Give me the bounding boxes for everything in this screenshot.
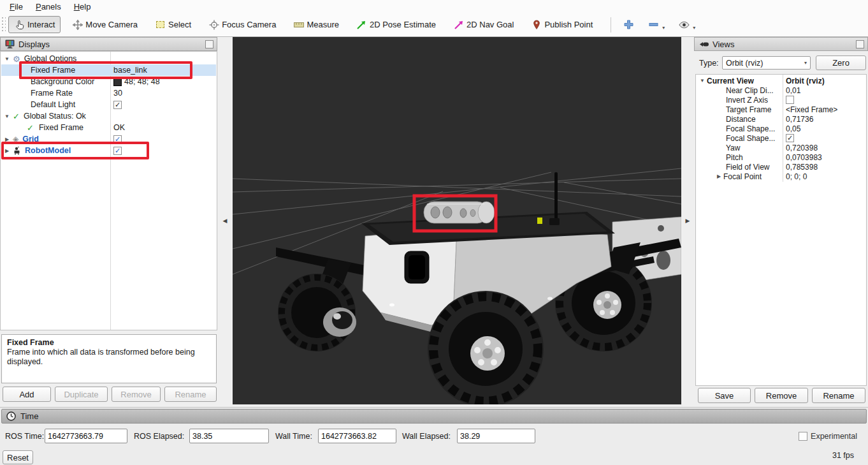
tree-row-near-clip[interactable]: Near Clip Di... 0,01 [697, 85, 865, 95]
tool-label: Move Camera [85, 20, 138, 29]
tree-row-invert-z[interactable]: Invert Z Axis [697, 95, 865, 105]
ros-time-input[interactable] [45, 429, 127, 443]
checkbox-unchecked[interactable] [786, 96, 794, 104]
nav-goal-tool-button[interactable]: 2D Nav Goal [447, 16, 519, 33]
expander-icon[interactable]: ▶ [4, 148, 10, 154]
row-label: Invert Z Axis [726, 96, 768, 105]
render-viewport[interactable] [233, 37, 681, 404]
add-tool-button[interactable] [618, 16, 640, 33]
expander-icon[interactable]: ▼ [699, 78, 705, 84]
tree-row-robot-model[interactable]: ▶ RobotModel ✓ [1, 145, 216, 156]
row-label: Distance [726, 115, 756, 124]
row-value[interactable]: 30 [113, 89, 122, 98]
menu-panels[interactable]: Panels [30, 1, 67, 12]
expander-icon[interactable]: ▶ [716, 173, 722, 179]
row-value[interactable]: <Fixed Frame> [786, 105, 837, 114]
tree-row-background-color[interactable]: Background Color 48; 48; 48 [1, 76, 216, 87]
pose-estimate-tool-button[interactable]: 2D Pose Estimate [351, 16, 442, 33]
float-panel-button[interactable] [856, 40, 864, 48]
interact-tool-button[interactable]: Interact [8, 16, 61, 33]
combo-value: Orbit (rviz) [726, 59, 763, 68]
move-camera-tool-button[interactable]: Move Camera [66, 16, 143, 33]
tree-row-fixed-frame[interactable]: Fixed Frame base_link [1, 64, 216, 76]
row-label: Frame Rate [31, 89, 73, 98]
tree-row-global-options[interactable]: ▼ ⚙ Global Options [1, 53, 216, 64]
tree-row-distance[interactable]: Distance 0,71736 [697, 114, 865, 124]
row-label: Fixed Frame [39, 123, 83, 132]
checkbox-checked[interactable]: ✓ [113, 147, 122, 155]
expander-icon[interactable]: ▼ [4, 114, 10, 119]
displays-panel-header[interactable]: Displays [0, 37, 217, 51]
row-value[interactable]: 0,71736 [786, 115, 813, 124]
robot-3d-scene [233, 37, 681, 404]
add-display-button[interactable]: Add [3, 387, 51, 402]
checkbox-checked[interactable]: ✓ [786, 134, 794, 142]
views-panel-header[interactable]: Views [694, 37, 868, 51]
row-value[interactable]: 48; 48; 48 [113, 77, 160, 86]
tree-row-global-status[interactable]: ▼ ✓ Global Status: Ok [1, 110, 216, 122]
checkbox-checked[interactable]: ✓ [113, 135, 122, 144]
publish-point-tool-button[interactable]: Publish Point [525, 16, 598, 33]
save-view-button[interactable]: Save [698, 388, 751, 403]
dropdown-arrow-icon: ▾ [693, 26, 695, 30]
row-label: Pitch [726, 153, 743, 162]
views-tree: ▼ Current View Orbit (rviz) Near Clip Di… [695, 74, 867, 386]
expander-icon[interactable]: ▼ [4, 56, 10, 62]
view-type-combobox[interactable]: Orbit (rviz) ▾ [722, 56, 811, 70]
experimental-toggle[interactable]: Experimental [799, 432, 857, 441]
row-label: Field of View [726, 163, 769, 172]
reset-time-button[interactable]: Reset [3, 450, 33, 464]
remove-view-button[interactable]: Remove [755, 388, 808, 403]
time-panel-header[interactable]: Time [1, 409, 867, 424]
select-tool-button[interactable]: Select [149, 16, 197, 33]
toolbar-drag-handle[interactable] [1, 17, 6, 33]
tree-row-default-light[interactable]: Default Light ✓ [1, 99, 216, 110]
tree-row-focal-point[interactable]: ▶ Focal Point 0; 0; 0 [697, 172, 865, 181]
remove-display-button[interactable]: Remove [112, 387, 161, 402]
tree-row-grid[interactable]: ▶ ◈ Grid ✓ [1, 133, 216, 145]
menu-file[interactable]: File [4, 1, 29, 12]
tree-row-pitch[interactable]: Pitch 0,0703983 [697, 152, 865, 162]
row-value: OK [113, 123, 125, 132]
expander-icon[interactable]: ▶ [4, 137, 10, 142]
tree-row-target-frame[interactable]: Target Frame <Fixed Frame> [697, 105, 865, 114]
focus-camera-tool-button[interactable]: Focus Camera [203, 16, 282, 33]
tree-row-yaw[interactable]: Yaw 0,720398 [697, 143, 865, 152]
tree-row-focal-shape-fixed[interactable]: Focal Shape... ✓ [697, 133, 865, 143]
experimental-checkbox[interactable] [799, 432, 807, 441]
zero-view-button[interactable]: Zero [816, 55, 866, 70]
collapse-right-arrow-icon[interactable]: ▶ [686, 218, 690, 224]
menu-help[interactable]: Help [68, 1, 97, 12]
float-panel-button[interactable] [205, 40, 213, 48]
collapse-left-arrow-icon[interactable]: ◀ [223, 218, 228, 224]
row-value[interactable]: 0,785398 [786, 163, 818, 172]
displays-tree: ▼ ⚙ Global Options Fixed Frame base_link… [0, 51, 217, 330]
tool-visibility-button[interactable]: ▾ [673, 16, 701, 33]
right-splitter-handle[interactable]: ▶ [681, 37, 694, 404]
tree-row-focal-shape-size[interactable]: Focal Shape... 0,05 [697, 124, 865, 133]
row-value[interactable]: 0,05 [786, 124, 800, 133]
wall-time-input[interactable] [318, 429, 396, 443]
duplicate-display-button[interactable]: Duplicate [55, 387, 108, 402]
tree-row-current-view[interactable]: ▼ Current View Orbit (rviz) [697, 76, 865, 85]
row-value[interactable]: base_link [113, 66, 147, 75]
tree-row-frame-rate[interactable]: Frame Rate 30 [1, 87, 216, 99]
toolbar-separator [611, 17, 611, 33]
row-value[interactable]: 0,01 [786, 86, 800, 95]
remove-tool-button[interactable]: ▾ [642, 16, 670, 33]
ros-elapsed-input[interactable] [189, 429, 269, 443]
rename-display-button[interactable]: Rename [164, 387, 217, 402]
row-value: ✓ [786, 134, 794, 142]
wall-elapsed-input[interactable] [457, 429, 535, 443]
tree-row-field-of-view[interactable]: Field of View 0,785398 [697, 162, 865, 172]
row-value [786, 96, 794, 104]
tree-row-fixed-frame-status[interactable]: ✓ Fixed Frame OK [1, 122, 216, 133]
checkbox-checked[interactable]: ✓ [113, 101, 122, 109]
row-value[interactable]: 0,0703983 [786, 153, 822, 162]
rename-view-button[interactable]: Rename [812, 388, 865, 403]
measure-tool-button[interactable]: Measure [287, 16, 345, 33]
row-value[interactable]: 0,720398 [786, 144, 818, 152]
left-splitter-handle[interactable]: ◀ [219, 37, 231, 404]
row-value[interactable]: 0; 0; 0 [786, 172, 807, 181]
green-arrow-icon [356, 19, 367, 30]
